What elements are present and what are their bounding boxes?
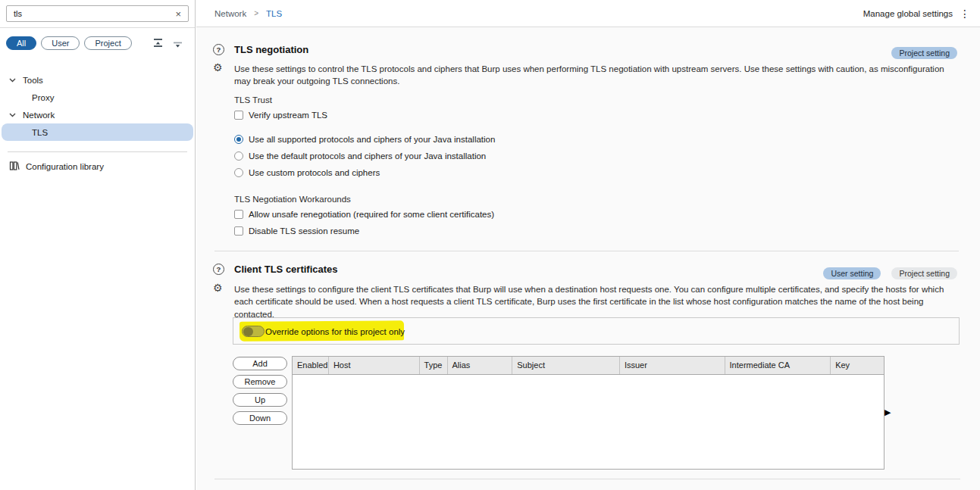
radio-default-option[interactable]: Use the default protocols and ciphers of…	[234, 151, 486, 161]
tls-trust-label: TLS Trust	[234, 95, 272, 105]
section-title-client-certificates: Client TLS certificates	[234, 264, 338, 275]
breadcrumb-parent[interactable]: Network	[214, 9, 246, 18]
tree-tools	[152, 38, 189, 48]
search-area: tls ×	[0, 0, 195, 27]
column-header-intermediate-ca[interactable]: Intermediate CA	[725, 357, 831, 374]
filter-project-button[interactable]: Project	[84, 36, 131, 50]
checkbox-label: Allow unsafe renegotiation (required for…	[249, 210, 494, 219]
settings-header: Network > TLS Manage global settings ⋮	[196, 0, 980, 27]
mouse-cursor-icon: ▶	[885, 408, 891, 417]
radio-unselected[interactable]	[234, 168, 243, 177]
column-header-type[interactable]: Type	[420, 357, 448, 374]
radio-label: Use custom protocols and ciphers	[249, 168, 380, 177]
user-setting-badge: User setting	[823, 267, 881, 279]
column-header-key[interactable]: Key	[831, 357, 884, 374]
checkbox-unchecked[interactable]	[234, 210, 243, 219]
add-button[interactable]: Add	[233, 357, 287, 370]
radio-custom-option[interactable]: Use custom protocols and ciphers	[234, 168, 380, 177]
header-actions: Manage global settings ⋮	[863, 8, 970, 19]
remove-button[interactable]: Remove	[233, 375, 287, 389]
tree-item-tools[interactable]: Tools	[2, 71, 193, 89]
clear-search-icon[interactable]: ×	[175, 9, 181, 19]
gear-icon: ⚙	[213, 62, 223, 73]
gear-icon: ⚙	[213, 282, 223, 293]
override-label: Override options for this project only	[265, 318, 405, 345]
down-button[interactable]: Down	[233, 411, 287, 425]
override-row: Override options for this project only	[233, 317, 960, 345]
column-header-enabled[interactable]: Enabled	[293, 357, 329, 374]
section-divider	[214, 251, 959, 251]
certificates-table[interactable]: Enabled Host Type Alias Subject Issuer I…	[292, 356, 885, 470]
section-title-tls-negotiation: TLS negotiation	[234, 44, 308, 55]
checkbox-label: Disable TLS session resume	[249, 226, 359, 236]
column-header-subject[interactable]: Subject	[512, 357, 620, 374]
allow-unsafe-renegotiation-option[interactable]: Allow unsafe renegotiation (required for…	[234, 210, 494, 219]
radio-selected[interactable]	[234, 135, 243, 144]
scope-badges: User setting Project setting	[823, 267, 957, 279]
radio-label: Use all supported protocols and ciphers …	[249, 135, 495, 144]
tree-item-label: Network	[23, 111, 55, 120]
radio-all-supported-option[interactable]: Use all supported protocols and ciphers …	[234, 135, 495, 144]
tree-item-label: TLS	[32, 128, 48, 137]
project-setting-badge: Project setting	[891, 47, 957, 59]
breadcrumb-separator-icon: >	[254, 9, 258, 17]
column-header-host[interactable]: Host	[329, 357, 420, 374]
settings-sidebar: tls × All User Project	[0, 0, 196, 490]
help-icon[interactable]: ?	[213, 264, 224, 275]
verify-upstream-tls-option[interactable]: Verify upstream TLS	[234, 111, 327, 120]
section-divider	[214, 479, 960, 479]
checkbox-unchecked[interactable]	[234, 226, 243, 236]
column-header-issuer[interactable]: Issuer	[620, 357, 725, 374]
checkbox-unchecked[interactable]	[234, 111, 243, 120]
workarounds-label: TLS Negotiation Workarounds	[234, 195, 351, 204]
chevron-down-icon	[2, 113, 23, 117]
breadcrumb: Network > TLS	[214, 9, 282, 18]
search-input[interactable]: tls ×	[6, 5, 189, 22]
help-icon[interactable]: ?	[213, 44, 224, 55]
configuration-library-link[interactable]: Configuration library	[0, 152, 195, 181]
tree-item-network[interactable]: Network	[2, 106, 193, 123]
toggle-knob	[243, 327, 253, 337]
breadcrumb-current: TLS	[266, 9, 282, 18]
radio-unselected[interactable]	[234, 151, 243, 161]
certificates-table-body	[293, 375, 884, 470]
configuration-library-label: Configuration library	[26, 162, 104, 171]
radio-label: Use the default protocols and ciphers of…	[249, 151, 486, 161]
tree-item-tls[interactable]: TLS	[2, 123, 193, 141]
filter-all-button[interactable]: All	[6, 36, 36, 50]
burp-settings-window: tls × All User Project	[0, 0, 980, 490]
collapse-all-icon[interactable]	[152, 38, 164, 48]
column-header-alias[interactable]: Alias	[448, 357, 513, 374]
certificates-table-header: Enabled Host Type Alias Subject Issuer I…	[293, 357, 884, 375]
manage-global-settings-link[interactable]: Manage global settings	[863, 9, 953, 18]
tree-item-proxy[interactable]: Proxy	[2, 89, 193, 106]
tree-item-label: Proxy	[32, 93, 54, 102]
search-value: tls	[14, 9, 175, 18]
chevron-down-icon	[2, 78, 23, 83]
section-description: Use these settings to control the TLS pr…	[234, 63, 959, 88]
expand-all-icon[interactable]	[172, 38, 183, 48]
scope-filter-row: All User Project	[0, 28, 195, 58]
settings-main-panel: Network > TLS Manage global settings ⋮ ?…	[196, 0, 980, 490]
disable-session-resume-option[interactable]: Disable TLS session resume	[234, 226, 359, 236]
project-setting-badge: Project setting	[891, 267, 957, 279]
tree-item-label: Tools	[23, 76, 43, 85]
settings-tree: Tools Proxy Network TLS	[0, 58, 195, 141]
section-description: Use these settings to configure the clie…	[234, 283, 959, 320]
settings-content: ? TLS negotiation Project setting ⚙ Use …	[196, 27, 980, 490]
kebab-menu-icon[interactable]: ⋮	[960, 8, 970, 19]
library-icon	[9, 161, 20, 173]
checkbox-label: Verify upstream TLS	[249, 111, 327, 120]
up-button[interactable]: Up	[233, 393, 287, 407]
override-toggle[interactable]	[242, 326, 265, 337]
filter-user-button[interactable]: User	[41, 36, 80, 50]
